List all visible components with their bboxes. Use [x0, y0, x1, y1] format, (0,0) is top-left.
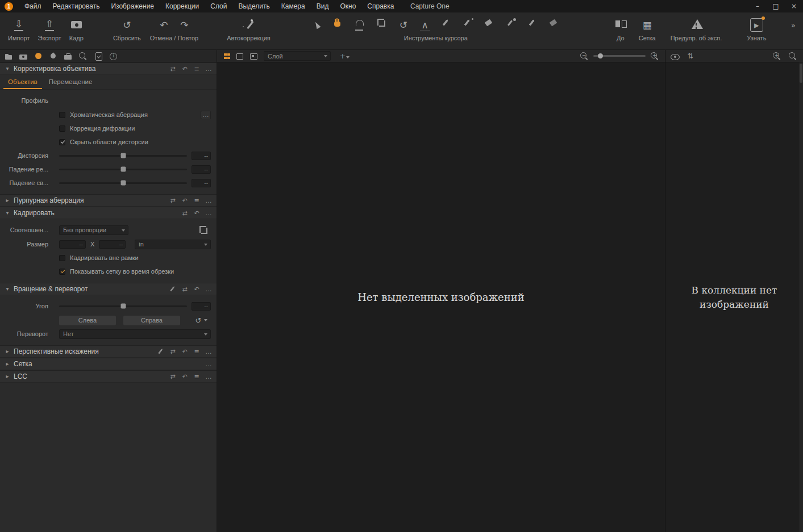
undo-s-icon[interactable]: ↶ — [181, 197, 188, 204]
import-button[interactable]: ⇩ Импорт — [8, 12, 30, 41]
show-grid-checkbox[interactable] — [59, 269, 65, 275]
angle-slider[interactable] — [59, 305, 187, 307]
loupe-icon[interactable] — [355, 18, 366, 32]
rotate-freehand-button[interactable]: ↺ — [194, 316, 207, 325]
falloff-value[interactable]: -- — [192, 165, 211, 174]
menu-window[interactable]: Окно — [334, 0, 361, 12]
slider-knob[interactable] — [120, 181, 126, 186]
grid-header[interactable]: ▸ Сетка … — [0, 358, 217, 370]
zoom-in-icon[interactable]: + — [650, 52, 659, 61]
rotate-right-button[interactable]: Справа — [123, 316, 180, 325]
color-icon[interactable] — [49, 52, 57, 61]
slider-knob[interactable] — [120, 153, 126, 158]
minimize-button-icon[interactable]: – — [748, 0, 767, 12]
adjustments-icon[interactable] — [94, 52, 102, 61]
purple-fringing-header[interactable]: ▸ Пурпурная аберрация ⇄↶≡… — [0, 194, 217, 207]
angle-value[interactable]: -- — [192, 302, 211, 311]
straighten-icon[interactable]: ∧ — [419, 18, 431, 32]
menu-select[interactable]: Выделить — [232, 0, 275, 12]
slider-knob[interactable] — [120, 304, 126, 309]
light-falloff-slider[interactable] — [59, 182, 187, 184]
menu-icon[interactable]: ≡ — [193, 65, 200, 73]
chevron-right-icon[interactable]: ▸ — [5, 359, 10, 368]
undo-s-icon[interactable]: ↶ — [193, 210, 200, 217]
scrollbar-thumb[interactable] — [800, 64, 802, 83]
lens-correction-header[interactable]: ▾ Корректировка объектива ⇄↶≡… — [0, 62, 217, 75]
menu-edit[interactable]: Редактировать — [47, 0, 106, 12]
menu-file[interactable]: Файл — [19, 0, 47, 12]
frame-button[interactable]: Кадр — [69, 12, 84, 41]
distortion-slider[interactable] — [59, 155, 187, 157]
chevron-right-icon[interactable]: ▸ — [5, 347, 10, 356]
heal-pen-icon[interactable] — [441, 18, 452, 32]
menu-image[interactable]: Изображение — [105, 0, 160, 12]
zoom-knob[interactable] — [598, 53, 603, 58]
mask-pen-icon[interactable] — [527, 18, 539, 32]
browser-scrollbar[interactable] — [799, 62, 803, 532]
chevron-down-icon[interactable]: ▾ — [5, 208, 10, 217]
crop-header[interactable]: ▾ Кадрировать ⇄↶… — [0, 207, 217, 219]
chevron-down-icon[interactable]: ▾ — [5, 284, 10, 294]
search-icon[interactable] — [788, 52, 797, 61]
more-icon[interactable]: … — [205, 210, 212, 217]
thumbnail-zoom-icon[interactable]: + — [772, 52, 781, 61]
zoom-slider[interactable] — [593, 55, 646, 57]
multi-view-icon[interactable] — [223, 52, 231, 61]
reset-button[interactable]: ↺ Сбросить — [113, 12, 141, 41]
capture-icon[interactable] — [19, 52, 27, 61]
crop-icon[interactable] — [198, 225, 206, 234]
diffraction-checkbox[interactable] — [59, 125, 65, 132]
chromatic-aberration-checkbox[interactable] — [59, 112, 65, 118]
slider-knob[interactable] — [120, 167, 126, 172]
keystone-header[interactable]: ▸ Перспективные искажения ⇄↶≡… — [0, 345, 217, 358]
mask-eraser-icon[interactable] — [549, 18, 560, 32]
menu-view[interactable]: Вид — [311, 0, 335, 12]
clone-pen-icon[interactable] — [463, 18, 474, 32]
autocorrect-button[interactable]: Автокоррекция — [227, 12, 271, 41]
copy-icon[interactable]: ⇄ — [169, 348, 176, 355]
pencil-icon[interactable] — [169, 286, 176, 293]
tab-movement[interactable]: Перемещение — [44, 75, 97, 89]
copy-icon[interactable]: ⇄ — [181, 286, 188, 293]
lcc-header[interactable]: ▸ LCC ⇄↶≡… — [0, 370, 217, 383]
crop-height-input[interactable]: -- — [99, 240, 126, 249]
app-logo-icon[interactable]: 1 — [5, 2, 13, 11]
menu-icon[interactable]: ≡ — [193, 348, 200, 355]
menu-adjustments[interactable]: Коррекции — [160, 0, 205, 12]
more-icon[interactable]: … — [205, 373, 212, 380]
pointer-icon[interactable] — [311, 18, 323, 32]
chevron-down-icon[interactable]: ▾ — [5, 64, 10, 73]
before-button[interactable]: До — [615, 12, 626, 41]
single-view-icon[interactable] — [235, 52, 243, 61]
proof-view-icon[interactable] — [249, 52, 257, 61]
details-icon[interactable] — [78, 52, 88, 61]
layer-dropdown[interactable]: Слой — [264, 51, 331, 61]
menu-icon[interactable]: ≡ — [193, 373, 200, 380]
undo-s-icon[interactable]: ↶ — [181, 373, 188, 380]
undo-s-icon[interactable]: ↶ — [181, 348, 188, 355]
rotate-icon[interactable]: ↺ — [398, 18, 409, 32]
more-icon[interactable]: … — [205, 197, 212, 204]
maximize-button-icon[interactable]: □ — [767, 0, 785, 12]
copy-icon[interactable]: ⇄ — [181, 210, 188, 217]
hide-distortion-checkbox[interactable] — [59, 139, 65, 145]
zoom-out-icon[interactable]: − — [580, 52, 589, 61]
export-button[interactable]: ⇧ Экспорт — [38, 12, 61, 41]
chromatic-aberration-more-button[interactable]: … — [201, 111, 211, 119]
undo-s-icon[interactable]: ↶ — [193, 286, 200, 293]
exposure-warning-button[interactable]: Предупр. об эксп. — [671, 12, 722, 41]
grid-button[interactable]: ▦ Сетка — [639, 12, 656, 41]
copy-icon[interactable]: ⇄ — [169, 197, 176, 204]
pencil-icon[interactable] — [157, 348, 164, 355]
exposure-icon[interactable] — [64, 52, 72, 61]
lens-icon[interactable] — [34, 52, 42, 61]
redo-icon[interactable]: ↷ — [178, 18, 190, 32]
undo-s-icon[interactable]: ↶ — [181, 65, 188, 73]
unit-dropdown[interactable]: in — [135, 240, 211, 249]
undo-icon[interactable]: ↶ — [158, 18, 169, 32]
add-layer-icon[interactable]: + — [339, 52, 347, 61]
menu-layer[interactable]: Слой — [205, 0, 232, 12]
copy-icon[interactable]: ⇄ — [169, 65, 176, 73]
crop-outside-checkbox[interactable] — [59, 255, 65, 261]
more-icon[interactable]: … — [205, 348, 212, 355]
